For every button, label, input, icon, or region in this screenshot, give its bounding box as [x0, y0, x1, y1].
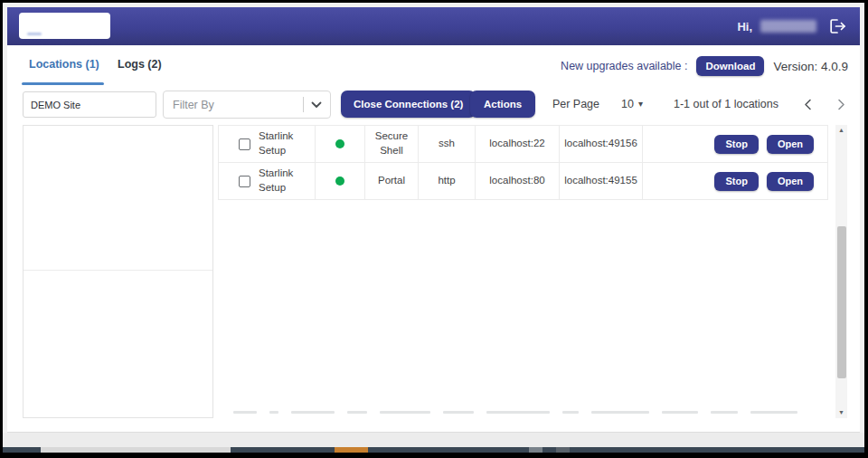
service-name: Secure Shell: [369, 129, 414, 157]
caret-down-icon: ▾: [638, 100, 643, 109]
download-button[interactable]: Download: [696, 56, 764, 76]
vertical-scrollbar[interactable]: ▲ ▼: [835, 125, 847, 418]
chevron-right-icon: [837, 99, 845, 110]
greeting-text: Hi,: [737, 20, 752, 33]
status-online-dot: [335, 177, 344, 186]
upgrade-notice: New upgrades available :: [561, 60, 687, 72]
local-address: localhost:22: [489, 137, 544, 151]
service-name: Portal: [378, 174, 405, 188]
version-label: Version: 4.0.9: [773, 60, 848, 73]
open-button[interactable]: Open: [767, 135, 814, 154]
location-name: Starlink Setup: [259, 167, 300, 195]
clipped-footer-text: [233, 408, 821, 415]
stop-button[interactable]: Stop: [714, 135, 758, 154]
active-tab-underline: [22, 82, 104, 85]
active-connection: localhost:49155: [564, 174, 637, 188]
per-page-value: 10: [621, 98, 634, 110]
chevron-down-icon: [311, 101, 322, 109]
per-page-select[interactable]: 10 ▾: [621, 98, 643, 110]
taskbar-segment: [556, 447, 570, 453]
filter-by-placeholder: Filter By: [164, 99, 303, 111]
taskbar-segment: [231, 447, 335, 453]
logout-button[interactable]: [830, 19, 847, 33]
stop-button[interactable]: Stop: [714, 172, 758, 191]
protocol: ssh: [439, 137, 455, 151]
table-row: Starlink Setup Secure Shell ssh localhos…: [219, 126, 827, 163]
panel-divider: [24, 270, 212, 271]
pagination-summary: 1-1 out of 1 locations: [674, 98, 778, 110]
tab-logs[interactable]: Logs (2): [118, 58, 162, 71]
app-window: Hi, Locations (1) Logs (2) New upgrades …: [3, 3, 864, 453]
protocol: http: [438, 174, 455, 188]
connections-table: Starlink Setup Secure Shell ssh localhos…: [218, 125, 828, 200]
taskbar-segment: [529, 447, 542, 453]
table-row: Starlink Setup Portal http localhost:80 …: [219, 163, 827, 200]
logout-icon: [830, 19, 847, 33]
app-logo: [19, 13, 110, 39]
scroll-up-icon[interactable]: ▲: [835, 125, 847, 136]
active-connection: localhost:49156: [564, 137, 637, 151]
taskbar-segment: [335, 447, 368, 453]
actions-button[interactable]: Actions: [470, 91, 535, 118]
scrollbar-track[interactable]: [835, 136, 847, 407]
main-card: Locations (1) Logs (2) New upgrades avai…: [7, 45, 860, 433]
taskbar-segment: [3, 447, 41, 453]
row-checkbox[interactable]: [239, 176, 250, 187]
previous-page-button[interactable]: [804, 99, 812, 110]
scroll-down-icon[interactable]: ▼: [835, 407, 847, 418]
logo-mark: [27, 33, 42, 35]
location-tree-panel: [23, 125, 213, 418]
local-address: localhost:80: [489, 174, 544, 188]
location-name: Starlink Setup: [259, 129, 300, 157]
dropdown-divider: [303, 97, 304, 112]
status-online-dot: [335, 139, 344, 148]
taskbar-segment: [368, 447, 864, 453]
open-button[interactable]: Open: [767, 172, 814, 191]
next-page-button[interactable]: [837, 99, 845, 110]
per-page-label: Per Page: [552, 98, 599, 110]
tab-locations[interactable]: Locations (1): [29, 58, 99, 71]
taskbar-sliver: [3, 447, 864, 453]
window-bottom-edge: [3, 433, 864, 447]
site-search-input[interactable]: [23, 91, 156, 118]
chevron-left-icon: [804, 99, 812, 110]
row-checkbox[interactable]: [239, 138, 250, 150]
appbar: Hi,: [7, 7, 860, 45]
username-redacted: [760, 20, 816, 33]
filter-by-dropdown[interactable]: Filter By: [163, 91, 331, 119]
scrollbar-thumb[interactable]: [837, 226, 846, 378]
close-connections-button[interactable]: Close Connections (2): [341, 91, 476, 118]
